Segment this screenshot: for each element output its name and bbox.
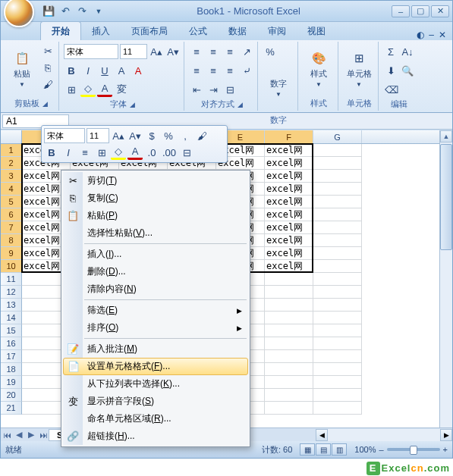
cell[interactable] [265,389,313,402]
mini-dec-decimal-icon[interactable]: .0 [144,145,159,160]
zoom-out-icon[interactable]: – [379,445,383,454]
mini-grow-font-icon[interactable]: A▴ [111,128,126,143]
menu-item[interactable]: 清除内容(N) [63,280,248,298]
menu-item[interactable]: 🔗超链接(H)... [63,427,248,445]
page-break-icon[interactable]: ▥ [332,443,347,456]
row-header[interactable]: 5 [1,196,22,208]
cell[interactable]: excel网 [265,221,313,234]
tab-layout[interactable]: 页面布局 [121,22,178,40]
align-mid-icon[interactable]: ≡ [206,44,221,59]
cell[interactable]: excel网 [265,144,313,157]
menu-item[interactable]: 📋粘贴(P) [63,207,248,224]
cell[interactable] [265,273,313,286]
align-right-icon[interactable]: ≡ [222,63,238,78]
select-all-corner[interactable] [1,130,22,143]
mini-center-icon[interactable]: ≡ [77,145,93,160]
menu-item[interactable]: ✂剪切(T) [63,172,248,189]
mini-percent-icon[interactable]: % [161,128,176,143]
qat-dropdown-icon[interactable]: ▼ [92,5,105,18]
align-left-icon[interactable]: ≡ [189,63,204,78]
percent-icon[interactable]: % [263,44,278,59]
save-icon[interactable]: 💾 [42,5,55,18]
row-header[interactable]: 18 [1,363,22,376]
dialog-launcher-icon[interactable]: ◢ [42,100,48,108]
scroll-left-icon[interactable]: ◀ [316,429,328,441]
redo-icon[interactable]: ↷ [75,5,89,18]
phonetic-icon[interactable]: 変 [114,82,129,97]
mini-shrink-font-icon[interactable]: A▾ [127,128,143,143]
row-header[interactable]: 20 [1,389,22,402]
sort-icon[interactable]: A↓ [400,44,415,59]
row-header[interactable]: 9 [1,247,22,260]
cell[interactable] [313,247,362,260]
orientation-icon[interactable]: ↗ [239,44,254,59]
row-header[interactable]: 3 [1,170,22,183]
font-size-box[interactable]: 11 [120,44,147,59]
cell[interactable]: excel网 [265,260,313,273]
vertical-scrollbar[interactable]: ▲ [439,130,452,427]
tab-review[interactable]: 审阅 [257,22,297,40]
cell[interactable] [313,260,362,273]
cell[interactable] [313,312,362,324]
cell[interactable] [313,389,362,402]
mini-merge-icon[interactable]: ⊟ [179,145,194,160]
prev-sheet-icon[interactable]: ◀ [13,429,25,441]
mini-font-size[interactable]: 11 [87,128,109,143]
column-header[interactable]: G [313,130,362,143]
cell[interactable] [265,312,313,324]
dialog-launcher-icon[interactable]: ◢ [238,101,243,108]
tab-view[interactable]: 视图 [297,22,336,40]
column-header[interactable]: F [265,130,313,143]
row-header[interactable]: 7 [1,221,22,234]
horizontal-scrollbar[interactable]: ◀ ▶ [316,429,452,441]
cell[interactable] [313,273,362,286]
autosum-icon[interactable]: Σ [383,44,398,59]
cell[interactable]: excel网 [265,247,313,260]
minimize-button[interactable]: – [392,5,410,17]
shrink-font-icon[interactable]: A▾ [165,44,181,59]
cell[interactable] [265,350,313,363]
row-header[interactable]: 11 [1,273,22,286]
border-icon[interactable]: ⊞ [64,82,79,97]
clear-icon[interactable]: ⌫ [383,82,400,97]
cell[interactable] [265,363,313,376]
cell[interactable] [313,350,362,363]
fill-color-icon[interactable]: ◇ [80,82,96,97]
font-color-icon[interactable]: A [97,82,112,97]
zoom-slider[interactable] [387,448,440,451]
menu-item[interactable]: 命名单元格区域(R)... [63,410,248,427]
bold-icon[interactable]: B [64,63,79,78]
align-bot-icon[interactable]: ≡ [222,44,238,59]
row-header[interactable]: 15 [1,324,22,337]
close-button[interactable]: ✕ [431,5,449,17]
cell[interactable] [313,144,362,157]
font-outline-icon[interactable]: A [114,63,129,78]
undo-icon[interactable]: ↶ [58,5,72,18]
inc-indent-icon[interactable]: ⇥ [206,82,221,97]
doc-close-icon[interactable]: ✕ [439,30,446,40]
mini-format-painter-icon[interactable]: 🖌 [194,128,209,143]
row-header[interactable]: 19 [1,376,22,389]
mini-border-icon[interactable]: ⊞ [94,145,109,160]
cell[interactable] [313,286,362,299]
number-button[interactable]: 数字▼ [263,62,294,114]
cells-button[interactable]: ⊞ 单元格▼ [343,43,375,95]
first-sheet-icon[interactable]: ⏮ [1,429,13,441]
row-header[interactable]: 14 [1,312,22,324]
last-sheet-icon[interactable]: ⏭ [37,429,49,441]
dec-indent-icon[interactable]: ⇤ [189,82,204,97]
menu-item[interactable]: 筛选(E)▶ [63,302,248,319]
mini-font-name[interactable]: 宋体 [44,128,85,143]
mini-comma-icon[interactable]: , [178,128,193,143]
cell[interactable]: excel网 [265,234,313,247]
menu-item[interactable]: 插入(I)... [63,246,248,263]
cell[interactable]: excel网 [265,196,313,208]
grow-font-icon[interactable]: A▴ [149,44,164,59]
cell[interactable] [313,363,362,376]
underline-icon[interactable]: U [97,63,112,78]
mini-italic-icon[interactable]: I [61,145,76,160]
tab-formulas[interactable]: 公式 [178,22,218,40]
cell[interactable] [313,234,362,247]
menu-item[interactable]: 删除(D)... [63,263,248,280]
italic-icon[interactable]: I [80,63,96,78]
